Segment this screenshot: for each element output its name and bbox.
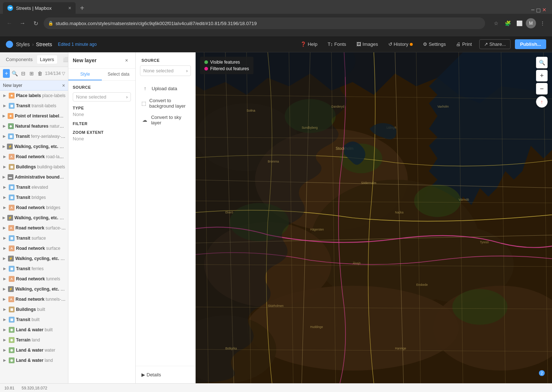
upload-icon: ↑ [141,85,149,92]
tab-components[interactable]: Components [3,55,36,64]
images-btn[interactable]: 🖼 Images [353,40,381,48]
details-toggle[interactable]: ▶ Details [136,369,195,380]
convert-bg-action[interactable]: ⬚ Convert to background layer [136,95,195,112]
window-minimize-btn[interactable]: − [531,6,535,14]
layer-item[interactable]: ▶⚡Walking, cycling, etc. barriers-bridge… [0,213,68,223]
layer-item[interactable]: ▶◉Land & water water [0,345,68,355]
layer-item[interactable]: ▶▦Transit transit-labels [0,101,68,111]
layer-item[interactable]: ▶▦Transit surface [0,233,68,243]
layer-item[interactable]: ▶▦Transit ferries [0,264,68,274]
legend-filtered: Filtered out features [204,66,249,71]
layer-item[interactable]: ▶▦Transit elevated [0,182,68,192]
svg-text:Huddinge: Huddinge [310,325,323,329]
source-config-select[interactable]: None selected › [140,65,191,76]
history-btn[interactable]: ↺ History [385,40,416,48]
map-search-btn[interactable]: 🔍 [536,57,548,68]
layer-item[interactable]: ▶ARoad network bridges [0,203,68,213]
layer-item[interactable]: ▶▦Buildings built [0,304,68,315]
layer-type-icon: ⚡ [8,256,14,261]
profile-btn[interactable]: M [526,18,536,28]
legend-filtered-text: Filtered out features [210,66,249,71]
publish-btn[interactable]: Publish... [515,39,546,49]
breadcrumb: Styles › Streets [16,41,52,47]
layer-item[interactable]: ▶◉Land & water built [0,325,68,335]
tab-3d[interactable]: ⬜ 3D [60,55,68,64]
layer-type-icon: ◉ [9,327,15,333]
layer-item[interactable]: ▶⚡Walking, cycling, etc. walking-cycling… [0,141,68,152]
screenshot-btn[interactable]: ⬜ [514,18,524,28]
tab-favicon: 🗺 [7,5,13,11]
upload-data-action[interactable]: ↑ Upload data [136,82,195,95]
layer-name-text: Land & water built [16,327,53,332]
help-btn[interactable]: ❓ Help [297,40,320,48]
zoom-out-btn[interactable]: − [536,83,548,95]
new-layer-title: New layer [73,57,96,63]
layer-name-text: Natural features natural-labels [15,124,66,129]
help-icon: ❓ [300,41,306,47]
layer-name-text: Road network surface [16,246,60,251]
map-area[interactable]: Stockholm Södermalm Sundbyberg Bromma Li… [196,52,552,383]
layers-list: ▶★Place labels place-labels▶▦Transit tra… [0,91,68,383]
convert-bg-label: Convert to background layer [149,98,189,109]
layer-expand-icon: ▶ [2,236,7,240]
convert-sky-action[interactable]: ☁ Convert to sky layer [136,112,195,128]
address-bar[interactable]: 🔒 studio.mapbox.com/styles/matsenstein/c… [44,17,485,29]
new-tab-btn[interactable]: + [76,2,89,14]
layer-type-icon: A [8,296,14,302]
layer-item[interactable]: ▶◆Natural features natural-labels [0,121,68,131]
extensions-btn[interactable]: 🧩 [503,18,513,28]
layer-item[interactable]: ▶ARoad network tunnels [0,274,68,284]
menu-btn[interactable]: ⋮ [537,18,548,28]
new-layer-panel-close-btn[interactable]: × [122,56,131,65]
layer-item[interactable]: ▶◉Land & water land [0,355,68,365]
layer-item[interactable]: ▶ARoad network surface-icons [0,223,68,233]
search-layer-btn[interactable]: 🔍 [11,69,18,78]
new-layer-close-btn[interactable]: × [62,83,65,88]
top-bar-left: Styles › Streets Edited 1 minute ago [6,41,297,48]
window-close-btn[interactable]: × [542,6,546,14]
select-data-tab[interactable]: Select data [102,69,135,80]
add-layer-btn[interactable]: + [3,69,10,78]
svg-text:Vaxholm: Vaxholm [437,105,449,108]
svg-point-7 [247,286,459,371]
back-btn[interactable]: ← [4,18,15,28]
compass-btn[interactable]: ↑ [536,96,548,108]
window-maximize-btn[interactable]: ◻ [536,7,541,13]
layer-item[interactable]: ▶ARoad network road-labels [0,152,68,162]
filter-count-icon: ▽ [62,71,65,76]
bookmark-btn[interactable]: ☆ [491,18,501,28]
fonts-btn[interactable]: T↕ Fonts [325,40,349,48]
tab-close-btn[interactable]: × [68,5,71,11]
layer-item[interactable]: ▶▦Transit bridges [0,192,68,203]
settings-btn[interactable]: ⚙ Settings [420,40,449,48]
layer-item[interactable]: ▶ARoad network surface [0,243,68,253]
layer-item[interactable]: ▶▬Administrative boundaries admin [0,172,68,182]
notification-badge[interactable]: 2 [539,370,545,376]
breadcrumb-styles[interactable]: Styles [16,41,30,47]
layer-item[interactable]: ▶▦Transit built [0,315,68,325]
active-tab[interactable]: 🗺 Streets | Mapbox × [3,2,76,14]
layer-item[interactable]: ▶▦Buildings building-labels [0,162,68,172]
layer-item[interactable]: ▶◉Terrain land [0,335,68,345]
forward-btn[interactable]: → [17,18,28,28]
refresh-btn[interactable]: ↻ [31,18,41,28]
share-btn[interactable]: ↗ Share... [479,39,511,49]
layer-item[interactable]: ▶▦Transit ferry-aerialway-labels [0,131,68,141]
source-input[interactable]: None selected › [73,92,131,101]
zoom-in-btn[interactable]: + [536,70,548,81]
layer-item[interactable]: ▶★Place labels place-labels [0,91,68,101]
delete-layer-btn[interactable]: 🗑 [37,69,44,78]
filter-layer-btn[interactable]: ⊟ [20,69,27,78]
style-tab[interactable]: Style [68,69,102,80]
tab-layers[interactable]: Layers [37,55,57,64]
svg-text:Danderyd: Danderyd [331,105,344,108]
share-label: Share... [489,41,506,47]
notification-area: 2 [539,370,545,376]
layer-item[interactable]: ▶⚡Walking, cycling, etc. surface [0,253,68,264]
print-btn[interactable]: 🖨 Print [453,40,475,48]
layer-item[interactable]: ▶★Point of interest labels poi-labels [0,111,68,121]
group-layer-btn[interactable]: ⊞ [28,69,35,78]
layer-item[interactable]: ▶ARoad network tunnels-case [0,294,68,304]
layer-type-icon: ◆ [8,123,14,129]
layer-item[interactable]: ▶⚡Walking, cycling, etc. tunnels [0,284,68,294]
